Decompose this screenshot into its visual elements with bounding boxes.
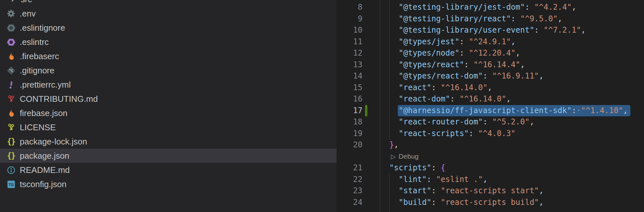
code-token: "lint" [399,175,427,184]
code-token: "^16.14.0" [441,83,488,92]
line-number[interactable]: 11 [337,36,362,48]
code-text: "@testing-library/user-event": "^7.2.1", [380,25,586,36]
file-label: LICENSE [20,122,56,132]
line-number[interactable]: 20 [337,139,362,151]
file-row-prettierrc-yml[interactable]: .prettierrc.yml [0,78,337,92]
code-token [455,94,459,103]
keys-yellow-icon [6,123,16,132]
codelens-row[interactable]: ▷Debug [337,151,644,163]
code-line-11[interactable]: 11 "@types/jest": "^24.9.1", [337,36,644,48]
code-token [529,3,534,12]
code-line-12[interactable]: 12 "@types/node": "^12.20.4", [337,48,644,59]
code-token: , [581,26,585,35]
code-token [380,83,399,92]
code-line-20[interactable]: 20 }, [337,139,644,151]
file-label: .env [20,9,36,19]
line-number[interactable]: 21 [337,162,362,174]
code-text: "@types/node": "^12.20.4", [380,48,520,59]
code-line-15[interactable]: 15 "react": "^16.14.0", [337,82,644,94]
line-number[interactable]: 9 [337,13,362,25]
file-row-env[interactable]: .env [0,6,337,21]
code-token: : [572,106,576,115]
code-line-8[interactable]: 8 "@testing-library/jest-dom": "^4.2.4", [337,2,644,13]
line-number[interactable]: 24 [337,197,362,208]
line-number[interactable]: 13 [337,59,362,71]
line-number[interactable]: 17 [337,105,362,117]
file-row-gitignore[interactable]: .gitignore [0,63,337,78]
code-line-21[interactable]: 21 "scripts": { [337,162,644,174]
folder-row-src[interactable]: src [0,0,337,6]
file-row-package-json[interactable]: {}package.json [0,149,337,163]
code-token [516,14,520,23]
code-token [464,37,469,46]
code-line-24[interactable]: 24 "build": "react-scripts build", [337,197,644,208]
file-row-eslintignore[interactable]: .eslintignore [0,21,337,35]
file-row-readme-md[interactable]: README.md [0,163,337,177]
code-token [487,117,492,126]
code-token [380,198,399,207]
code-token: : [525,3,529,12]
gear-icon [6,9,16,18]
code-line-19[interactable]: 19 "react-scripts": "^4.0.3" [337,128,644,140]
line-number[interactable]: 16 [337,93,362,105]
code-line-17[interactable]: 17 "@harnessio/ff-javascript-client-sdk"… [337,105,644,117]
line-number[interactable]: 15 [337,82,362,94]
code-line-13[interactable]: 13 "@types/react": "^16.14.4", [337,59,644,71]
code-line-16[interactable]: 16 "react-dom": "^16.14.0", [337,93,644,105]
line-number[interactable]: 8 [337,2,362,13]
code-token: "^16.14.0" [460,94,506,103]
code-token: "^7.2.1" [544,26,581,35]
code-line-10[interactable]: 10 "@testing-library/user-event": "^7.2.… [337,25,644,36]
code-token: , [487,83,492,92]
code-token: , [539,186,543,195]
git-diamond-icon [6,66,16,75]
code-token: "@testing-library/jest-dom" [399,3,525,12]
code-line-18[interactable]: 18 "react-router-dom": "^5.2.0", [337,116,644,128]
code-line-23[interactable]: 23 "start": "react-scripts start", [337,185,644,197]
code-text: "@harnessio/ff-javascript-client-sdk":·"… [380,105,628,117]
code-token [380,129,399,138]
file-row-contributing-md[interactable]: CONTRIBUTING.md [0,92,337,106]
file-row-tsconfig-json[interactable]: TStsconfig.json [0,177,337,191]
code-token: "@testing-library/user-event" [399,26,534,35]
line-number[interactable]: 19 [337,128,362,140]
line-number[interactable]: 14 [337,70,362,82]
keys-red-icon [6,94,16,103]
code-token: "react" [399,83,431,92]
code-token: "^4.2.4" [534,3,572,12]
code-token: : [469,129,473,138]
code-token: : [431,198,436,207]
line-number[interactable]: 18 [337,116,362,128]
file-row-eslintrc[interactable]: .eslintrc [0,35,337,49]
code-text: "@testing-library/jest-dom": "^4.2.4", [380,2,576,13]
code-line-14[interactable]: 14 "@types/react-dom": "^16.9.11", [337,70,644,82]
code-token: : [460,37,464,46]
code-token: : [431,163,436,172]
code-token [436,186,440,195]
code-token: , [506,94,511,103]
code-token: "@types/jest" [399,37,460,46]
info-icon [6,165,16,175]
code-token [380,3,399,12]
line-number[interactable]: 12 [337,48,362,59]
code-token [380,48,399,58]
code-token: , [529,117,534,126]
code-token: "eslint ." [436,175,483,184]
file-label: .gitignore [20,66,54,76]
code-token [380,37,399,46]
line-number[interactable]: 22 [337,174,362,186]
file-row-license[interactable]: LICENSE [0,120,337,134]
file-row-firebase-json[interactable]: firebase.json [0,106,337,120]
line-number[interactable]: 23 [337,185,362,197]
code-token [380,186,399,195]
code-token [380,26,399,35]
code-line-22[interactable]: 22 "lint": "eslint .", [337,174,644,186]
code-token [539,26,543,35]
code-token: "^5.2.0" [492,117,530,126]
code-line-9[interactable]: 9 "@testing-library/react": "^9.5.0", [337,13,644,25]
line-number[interactable]: 10 [337,25,362,36]
code-text: "@types/react": "^16.14.4", [380,59,525,71]
file-row-package-lock-json[interactable]: {}package-lock.json [0,134,337,149]
codelens-debug[interactable]: ▷Debug [391,151,419,163]
file-row-firebaserc[interactable]: .firebaserc [0,49,337,63]
